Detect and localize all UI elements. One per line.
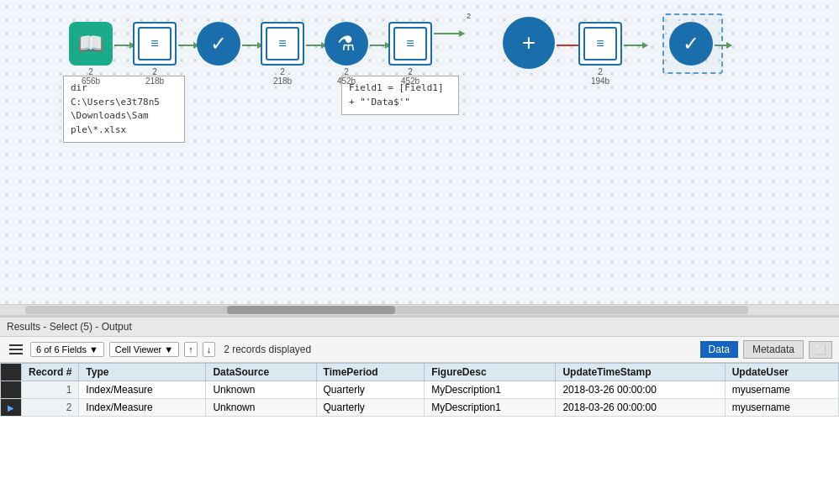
node-check2[interactable]: ✓ [669, 22, 713, 66]
col-figuredesc[interactable]: FigureDesc [425, 364, 556, 381]
records-count: 2 records displayed [224, 344, 311, 355]
node-select1[interactable]: ≡ 2 218b [133, 22, 177, 86]
results-toolbar: 6 of 6 Fields ▼ Cell Viewer ▼ ↑ ↓ 2 reco… [0, 337, 839, 363]
sort-desc-icon: ↓ [207, 344, 212, 354]
node-select3[interactable]: ≡ 2 452b [388, 22, 432, 86]
sort-desc-btn[interactable]: ↓ [203, 342, 216, 357]
col-datasource[interactable]: DataSource [206, 364, 316, 381]
sort-asc-icon: ↑ [188, 344, 193, 354]
expand-btn[interactable]: ⬜ [809, 341, 832, 359]
node-formula[interactable]: ⚗ 2 452b [325, 22, 368, 86]
node-browse[interactable]: 📖 2 656b [69, 22, 113, 86]
table-header-row: Record # Type DataSource TimePeriod Figu… [1, 364, 839, 381]
check1-icon: ✓ [197, 22, 240, 66]
data-btn[interactable]: Data [700, 341, 738, 358]
sort-asc-btn[interactable]: ↑ [184, 342, 198, 357]
connector-8 [715, 42, 732, 49]
browse-bytes: 656b [82, 76, 100, 86]
row-selector-header [1, 364, 22, 381]
table-container: Record # Type DataSource TimePeriod Figu… [0, 363, 839, 417]
fields-dropdown-btn[interactable]: 6 of 6 Fields ▼ [30, 342, 104, 357]
row-arrow-icon: ▶ [8, 403, 14, 412]
scrollbar-track[interactable] [25, 306, 748, 314]
select1-bytes: 218b [145, 76, 164, 86]
data-table: Record # Type DataSource TimePeriod Figu… [0, 363, 839, 417]
select1-icon: ≡ [133, 22, 177, 66]
results-panel: Results - Select (5) - Output 6 of 6 Fie… [0, 316, 839, 417]
scrollbar-thumb[interactable] [227, 306, 395, 314]
lines-icon[interactable] [7, 340, 25, 359]
cell-viewer-dropdown-arrow: ▼ [164, 344, 173, 354]
col-type[interactable]: Type [79, 364, 206, 381]
browse-count: 2 [88, 67, 93, 76]
metadata-btn[interactable]: Metadata [743, 340, 804, 359]
col-updateuser[interactable]: UpdateUser [725, 364, 838, 381]
select3-icon: ≡ [388, 22, 432, 66]
results-header-text: Results - Select (5) - Output [7, 321, 132, 333]
node-select2[interactable]: ≡ 2 218b [261, 22, 304, 86]
select1-count: 2 [152, 67, 157, 76]
select3-bytes: 452b [401, 76, 420, 86]
select3-count: 2 [408, 67, 413, 76]
cell-viewer-label: Cell Viewer [115, 344, 161, 354]
table-body: 1Index/MeasureUnknownQuarterlyMyDescript… [1, 381, 839, 417]
join-icon: + [503, 17, 555, 69]
select4-count: 2 [598, 67, 603, 76]
fields-dropdown-arrow: ▼ [89, 344, 98, 354]
cell-viewer-btn[interactable]: Cell Viewer ▼ [109, 342, 179, 357]
join-top-label: 2 [467, 12, 471, 20]
info-box-browse: dir C:\Users\e3t78n5 \Downloads\Sam ple\… [63, 76, 185, 143]
node-select4[interactable]: ≡ 2 194b [578, 22, 622, 86]
select2-bytes: 218b [273, 76, 292, 86]
connector-6-top [434, 30, 465, 37]
table-row[interactable]: ▶2Index/MeasureUnknownQuarterlyMyDescrip… [1, 399, 839, 417]
fields-label: 6 of 6 Fields [36, 344, 87, 354]
node-join[interactable]: + [503, 17, 555, 69]
formula-icon: ⚗ [325, 22, 368, 66]
connector-7 [624, 42, 648, 49]
browse-icon: 📖 [69, 22, 113, 66]
select4-icon: ≡ [578, 22, 622, 66]
select2-count: 2 [280, 67, 285, 76]
col-timeperiod[interactable]: TimePeriod [316, 364, 425, 381]
table-row[interactable]: 1Index/MeasureUnknownQuarterlyMyDescript… [1, 381, 839, 399]
check2-icon: ✓ [669, 22, 713, 66]
results-header: Results - Select (5) - Output [0, 318, 839, 337]
select4-bytes: 194b [591, 76, 609, 86]
select2-icon: ≡ [261, 22, 304, 66]
node-check1[interactable]: ✓ [197, 22, 240, 66]
canvas-scrollbar[interactable] [0, 304, 839, 316]
col-record[interactable]: Record # [22, 364, 79, 381]
col-timestamp[interactable]: UpdateTimeStamp [556, 364, 725, 381]
formula-bytes: 452b [337, 76, 356, 86]
workflow-canvas[interactable]: dir C:\Users\e3t78n5 \Downloads\Sam ple\… [0, 0, 839, 304]
formula-count: 2 [344, 67, 349, 76]
